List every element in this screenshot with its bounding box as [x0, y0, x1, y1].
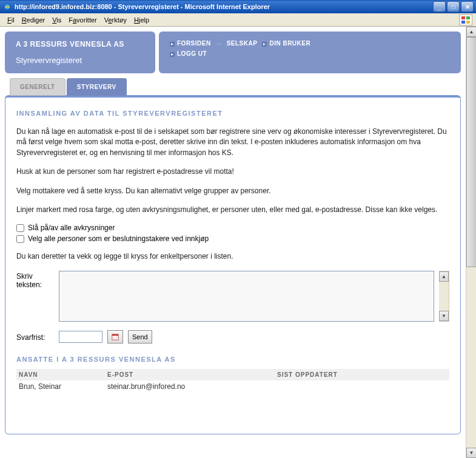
- menu-edit[interactable]: Rediger: [18, 15, 49, 25]
- section-title: INNSAMLING AV DATA TIL STYREVERVREGISTER…: [16, 110, 449, 117]
- cell-epost: steinar.brun@infored.no: [107, 382, 277, 391]
- window-title: http://infored9.infored.biz:8080 - Styre…: [15, 3, 433, 10]
- calendar-button[interactable]: [107, 330, 123, 344]
- minimize-button[interactable]: _: [433, 1, 446, 12]
- arrow-icon: [262, 41, 267, 46]
- intro-p5: Du kan deretter ta vekk og legge til kry…: [16, 251, 449, 262]
- col-epost: E-POST: [107, 371, 277, 378]
- intro-p1: Du kan nå lage en automatisk e-post til …: [16, 127, 449, 158]
- vertical-scrollbar[interactable]: ▲ ▼: [466, 27, 476, 458]
- checkbox-toggle-all-label: Slå på/av alle avkrysninger: [28, 224, 115, 232]
- nav-forsiden[interactable]: FORSIDEN: [170, 40, 211, 47]
- windows-flag-icon[interactable]: [459, 15, 472, 25]
- menubar: Fil Rediger Vis Favoritter Verktøy Hjelp: [0, 13, 476, 27]
- label-tekst: Skriv teksten:: [16, 271, 54, 289]
- scroll-up-button[interactable]: ▲: [466, 27, 476, 37]
- nav-selskap[interactable]: SELSKAP: [227, 40, 258, 47]
- input-svarfrist[interactable]: [59, 331, 102, 343]
- scroll-down-button[interactable]: ▼: [466, 448, 476, 458]
- nav-dinbruker[interactable]: DIN BRUKER: [262, 40, 310, 47]
- tab-styreverv[interactable]: STYREVERV: [67, 78, 127, 96]
- window-titlebar: http://infored9.infored.biz:8080 - Styre…: [0, 0, 476, 13]
- intro-p2: Husk at kun de personer som har registre…: [16, 167, 449, 177]
- menu-file[interactable]: Fil: [4, 15, 18, 25]
- calendar-icon: [112, 333, 119, 341]
- checkbox-select-decision-makers[interactable]: [16, 235, 24, 243]
- send-button[interactable]: Send: [128, 330, 152, 344]
- menu-help[interactable]: Hjelp: [130, 15, 153, 25]
- textarea-message[interactable]: [59, 271, 434, 322]
- col-navn: NAVN: [16, 371, 107, 378]
- menu-favorites[interactable]: Favoritter: [65, 15, 100, 25]
- intro-p3: Velg mottakere ved å sette kryss. Du kan…: [16, 186, 449, 196]
- intro-p4: Linjer markert med rosa farge, og uten a…: [16, 205, 449, 215]
- maximize-button[interactable]: □: [447, 1, 460, 12]
- menu-tools[interactable]: Verktøy: [101, 15, 130, 25]
- subsection-title: ANSATTE I A 3 RESSURS VENNESLA AS: [16, 356, 449, 363]
- nav-separator: →: [216, 40, 222, 47]
- svg-rect-2: [466, 16, 470, 19]
- checkbox-toggle-all[interactable]: [16, 224, 24, 232]
- label-svarfrist: Svarfrist:: [16, 332, 54, 342]
- textarea-scroll-down[interactable]: ▼: [439, 311, 449, 321]
- scroll-thumb[interactable]: [466, 37, 476, 267]
- textarea-scrollbar[interactable]: ▲ ▼: [439, 271, 449, 322]
- svg-rect-1: [461, 16, 465, 19]
- svg-rect-3: [461, 21, 465, 24]
- header-company-panel: A 3 RESSURS VENNESLA AS Styrevervregiste…: [5, 32, 155, 73]
- close-button[interactable]: ✕: [461, 1, 474, 12]
- app-subtitle: Styrevervregisteret: [16, 56, 144, 65]
- table-header: NAVN E-POST SIST OPPDATERT: [16, 369, 449, 380]
- tab-panel: INNSAMLING AV DATA TIL STYREVERVREGISTER…: [5, 95, 461, 434]
- col-sist: SIST OPPDATERT: [277, 371, 449, 378]
- textarea-scroll-up[interactable]: ▲: [439, 271, 449, 282]
- checkbox-decision-label: Velg alle personer som er beslutningstak…: [28, 234, 209, 243]
- nav-loggut[interactable]: LOGG UT: [170, 50, 207, 57]
- ie-icon: [2, 2, 12, 12]
- table-row: Brun, Steinar steinar.brun@infored.no: [16, 380, 449, 393]
- svg-rect-9: [112, 334, 118, 336]
- company-name: A 3 RESSURS VENNESLA AS: [16, 40, 144, 48]
- cell-navn: Brun, Steinar: [16, 382, 107, 391]
- menu-view[interactable]: Vis: [49, 15, 65, 25]
- header-nav-panel: FORSIDEN → SELSKAP DIN BRUKER LOGG UT: [159, 32, 461, 73]
- tab-generelt[interactable]: GENERELT: [10, 78, 65, 96]
- arrow-icon: [170, 51, 175, 56]
- page-content: A 3 RESSURS VENNESLA AS Styrevervregiste…: [0, 27, 466, 458]
- svg-rect-4: [466, 21, 470, 24]
- arrow-icon: [170, 41, 175, 46]
